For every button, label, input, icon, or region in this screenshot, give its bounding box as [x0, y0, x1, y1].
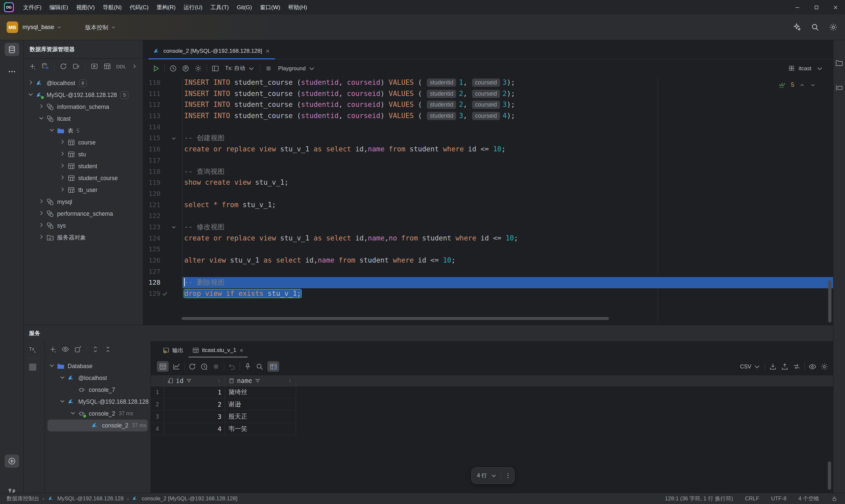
row-number[interactable]: 1	[151, 386, 164, 398]
explorer-item-course[interactable]: course	[24, 137, 143, 148]
menu-item-4[interactable]: 代码(C)	[126, 3, 153, 12]
fold-region-toggle[interactable]	[169, 223, 178, 231]
stop-query-icon[interactable]	[212, 362, 220, 371]
tx-icon[interactable]: Tx	[29, 345, 37, 354]
chevron-down-icon[interactable]	[171, 135, 177, 142]
service-item-MySQL-@192.168.128.128[interactable]: MySQL-@192.168.128.128	[45, 396, 151, 408]
code-line-125[interactable]: 125	[143, 244, 833, 255]
maximize-button[interactable]	[807, 0, 826, 15]
menu-item-1[interactable]: 编辑(E)	[46, 3, 72, 12]
chevron-down-icon[interactable]	[59, 374, 66, 381]
add-datasource-icon[interactable]	[29, 62, 36, 70]
code-line-116[interactable]: 116create or replace view stu_v_1 as sel…	[143, 144, 833, 155]
project-selector[interactable]: mysql_base	[22, 24, 54, 31]
close-tab-icon[interactable]	[265, 49, 270, 54]
tree-chevron-right-icon[interactable]	[59, 162, 67, 170]
chevron-right-icon[interactable]	[59, 186, 66, 193]
cell-name[interactable]: 黛绮丝	[225, 386, 296, 398]
explorer-item-服务器对象[interactable]: 服务器对象	[24, 232, 143, 244]
menu-item-2[interactable]: 视图(V)	[72, 3, 99, 12]
output-tab[interactable]: 输出	[158, 343, 188, 358]
chevron-right-icon[interactable]	[59, 174, 66, 181]
cell-id[interactable]: 4	[164, 423, 225, 435]
explorer-item-@localhost[interactable]: @localhost8	[24, 77, 143, 89]
tree-chevron-down-icon[interactable]	[69, 409, 78, 418]
code-line-115[interactable]: 115-- 创建视图	[143, 132, 833, 144]
query-history-icon[interactable]	[200, 362, 208, 371]
chevron-down-icon[interactable]	[69, 409, 76, 417]
grid-view-button[interactable]	[157, 361, 169, 372]
chevron-right-icon[interactable]	[59, 150, 66, 157]
tree-chevron-right-icon[interactable]	[59, 186, 67, 194]
expand-all-icon[interactable]	[91, 345, 99, 353]
grid-settings-icon[interactable]	[820, 362, 828, 371]
code-line-118[interactable]: 118-- 查询视图	[143, 166, 833, 178]
close-tab-icon[interactable]	[239, 348, 244, 353]
funnel-icon[interactable]	[186, 378, 192, 384]
sort-icon[interactable]	[287, 378, 293, 383]
code-line-120[interactable]: 120	[143, 188, 833, 200]
menu-item-0[interactable]: 文件(F)	[19, 3, 46, 12]
service-item-Database[interactable]: Database	[45, 360, 151, 372]
menu-item-10[interactable]: 帮助(H)	[284, 3, 311, 12]
view-options-icon[interactable]	[61, 345, 69, 353]
chevron-right-icon[interactable]	[59, 138, 66, 145]
cell-name[interactable]: 谢逊	[225, 398, 296, 411]
files-toolwindow-icon[interactable]	[835, 59, 843, 67]
tree-chevron-down-icon[interactable]	[59, 374, 67, 382]
project-badge[interactable]: MB	[6, 21, 18, 33]
code-line-127[interactable]: 127	[143, 266, 833, 277]
chevron-right-icon[interactable]	[59, 162, 66, 169]
breadcrumb-item-0[interactable]: 数据库控制台	[6, 495, 39, 502]
explorer-item-表[interactable]: 表5	[24, 125, 143, 137]
tree-chevron-down-icon[interactable]	[48, 362, 57, 371]
database-changes-toolwindow-icon[interactable]	[835, 84, 843, 92]
chevron-right-icon[interactable]	[38, 210, 45, 217]
row-number[interactable]: 3	[151, 411, 164, 423]
settings-gear-icon[interactable]	[829, 23, 838, 32]
collapse-all-icon[interactable]	[104, 345, 112, 353]
cell-name[interactable]: 韦一笑	[225, 423, 296, 435]
explorer-item-tb_user[interactable]: tb_user	[24, 184, 143, 196]
cell-name[interactable]: 殷天正	[225, 411, 296, 423]
services-toolwindow-button[interactable]	[5, 454, 19, 468]
service-item-console_2[interactable]: console_237 ms	[45, 408, 151, 419]
explorer-item-student[interactable]: student	[24, 160, 143, 172]
code-line-129[interactable]: 129drop view if exists stu_v_1;	[143, 288, 833, 300]
explorer-item-information_schema[interactable]: information_schema	[24, 101, 143, 113]
code-line-111[interactable]: 111INSERT INTO student_course (studentid…	[143, 88, 833, 100]
code-editor[interactable]: 110INSERT INTO student_course (studentid…	[143, 77, 833, 325]
import-data-icon[interactable]	[781, 362, 789, 371]
chevron-right-icon[interactable]	[38, 103, 45, 110]
column-header-id[interactable]: id	[164, 375, 225, 386]
tree-chevron-down-icon[interactable]	[27, 91, 36, 99]
cell-id[interactable]: 3	[164, 411, 225, 423]
breadcrumb-item-1[interactable]: MySQL-@192.168.128.128	[57, 496, 124, 502]
editor-tab-console2[interactable]: console_2 [MySQL-@192.168.128.128]	[148, 43, 275, 59]
reload-data-icon[interactable]	[188, 362, 196, 371]
undo-icon[interactable]	[228, 362, 236, 371]
cell-id[interactable]: 1	[164, 386, 225, 398]
tree-chevron-right-icon[interactable]	[59, 174, 67, 182]
grid-scrollbar[interactable]	[828, 462, 831, 490]
sort-icon[interactable]	[216, 378, 222, 383]
funnel-icon[interactable]	[254, 378, 261, 384]
tree-chevron-right-icon[interactable]	[38, 103, 46, 111]
code-line-119[interactable]: 119show create view stu_v_1;	[143, 177, 833, 188]
grid-view-options-icon[interactable]	[808, 362, 816, 371]
tree-chevron-down-icon[interactable]	[48, 126, 57, 135]
tree-chevron-right-icon[interactable]	[38, 233, 46, 242]
row-number[interactable]: 2	[151, 398, 164, 411]
column-header-name[interactable]: name	[225, 375, 296, 386]
run-button[interactable]	[152, 64, 160, 73]
find-in-grid-icon[interactable]	[256, 362, 264, 371]
next-problem-icon[interactable]	[810, 82, 816, 88]
explorer-item-MySQL-@192.168.128.128[interactable]: MySQL-@192.168.128.1285	[24, 89, 143, 101]
ai-assistant-icon[interactable]	[793, 23, 802, 32]
menu-item-9[interactable]: 窗口(W)	[256, 3, 284, 12]
execution-history-icon[interactable]	[169, 64, 177, 73]
chevron-down-icon[interactable]	[38, 114, 45, 122]
lock-open-icon[interactable]	[831, 496, 838, 502]
chevron-right-icon[interactable]	[38, 233, 45, 240]
menu-item-3[interactable]: 导航(N)	[99, 3, 126, 12]
